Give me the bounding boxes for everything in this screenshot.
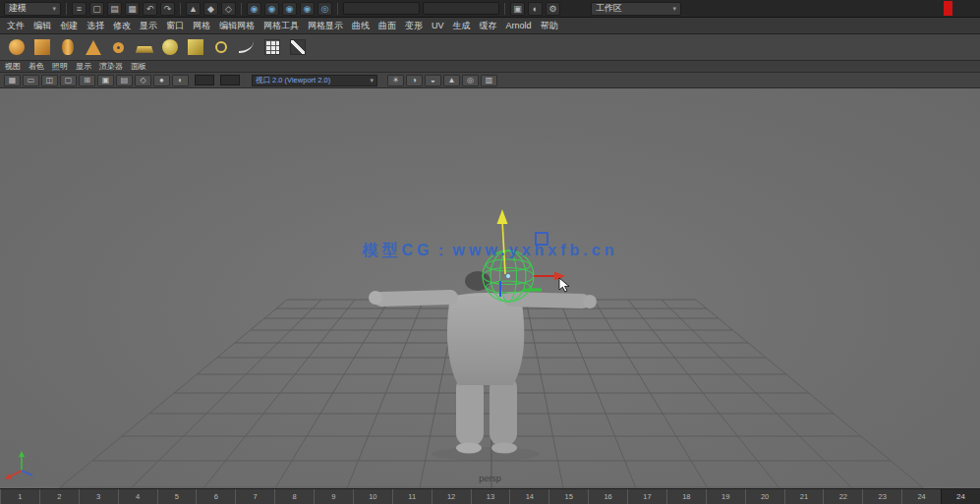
menu-item[interactable]: 网格工具 [263,20,299,32]
textured-icon[interactable]: ◐ [172,75,189,86]
shelf-button[interactable] [159,37,180,58]
time-tick[interactable]: 21 [784,489,824,504]
menu-set-dropdown[interactable]: 建模 ▾ [4,2,61,16]
undo-icon[interactable]: ↶ [143,2,157,16]
hamburger-menu-icon[interactable]: ≡ [72,2,86,16]
menu-item[interactable]: 窗口 [166,20,184,32]
time-tick[interactable]: 12 [432,489,471,504]
shelf-button[interactable] [261,37,282,58]
shelf-button[interactable] [6,37,27,58]
safe-title-icon[interactable]: ▤ [116,75,133,86]
menu-item[interactable]: 修改 [113,20,131,32]
renderer-dropdown[interactable]: 视口 2.0 (Viewport 2.0) ▾ [252,75,377,86]
panel-menu-item[interactable]: 照明 [52,61,68,72]
menu-item[interactable]: 显示 [140,20,157,32]
menu-item[interactable]: 编辑 [33,20,51,32]
translate-y-arrowhead[interactable] [497,209,508,224]
ipr-render-icon[interactable]: ◐ [528,2,543,16]
menu-item[interactable]: 生成 [453,20,471,32]
character-mesh[interactable] [369,271,597,461]
time-tick[interactable]: 9 [314,489,353,504]
shelf-button[interactable] [57,37,78,58]
manipulator-center[interactable] [506,274,510,278]
menu-item[interactable]: UV [432,21,444,30]
move-manipulator[interactable] [497,209,566,297]
menu-item[interactable]: 选择 [86,20,104,32]
time-tick[interactable]: 14 [509,489,548,504]
field-chart-icon[interactable]: ⊞ [79,75,95,86]
time-tick[interactable]: 18 [666,489,706,504]
shelf-button[interactable] [108,37,129,58]
xray-icon[interactable]: ▥ [481,75,497,86]
time-tick[interactable]: 17 [627,489,666,504]
time-tick[interactable]: 5 [157,489,197,504]
exposure-field[interactable] [195,75,214,85]
time-tick[interactable]: 13 [471,489,510,504]
shelf-button[interactable] [287,37,308,58]
render-view-icon[interactable]: ▣ [510,2,525,16]
menu-item[interactable]: 文件 [7,20,25,32]
shelf-button[interactable] [210,37,231,58]
render-settings-icon[interactable]: ⚙ [546,2,560,16]
anti-alias-icon[interactable]: ▲ [443,75,460,86]
resolution-gate-icon[interactable]: ◫ [41,75,58,86]
time-tick[interactable]: 7 [235,489,274,504]
menu-item[interactable]: 曲面 [378,20,396,32]
menu-item[interactable]: Arnold [506,21,532,30]
time-tick[interactable]: 3 [79,489,118,504]
make-live-icon[interactable]: ◎ [317,2,332,16]
lighting-icon[interactable]: ☀ [387,75,404,86]
shaded-icon[interactable]: ● [153,75,170,86]
time-tick[interactable]: 22 [823,489,862,504]
menu-item[interactable]: 网格显示 [308,20,343,32]
snap-to-grid-icon[interactable]: ◉ [247,2,261,16]
shelf-button[interactable] [236,37,257,58]
time-slider[interactable]: 123456789101112131415161718192021222324 … [0,488,980,504]
menu-item[interactable]: 编辑网格 [219,20,255,32]
shadows-icon[interactable]: ◑ [406,75,423,86]
time-tick[interactable]: 4 [118,489,157,504]
shelf-button[interactable] [134,37,154,58]
shelf-button[interactable] [31,37,52,58]
redo-icon[interactable]: ↷ [160,2,175,16]
menu-item[interactable]: 曲线 [352,20,370,32]
input-line-field[interactable] [423,2,499,15]
time-tick[interactable]: 2 [39,489,79,504]
time-tick[interactable]: 11 [392,489,432,504]
isolate-select-icon[interactable]: ◎ [462,75,479,86]
time-tick[interactable]: 16 [588,489,627,504]
time-tick[interactable]: 23 [862,489,901,504]
panel-menu-item[interactable]: 渲染器 [99,61,123,72]
translate-y-handle[interactable] [502,220,505,274]
menu-item[interactable]: 缓存 [480,20,497,32]
select-object-icon[interactable]: ◆ [203,2,218,16]
open-scene-icon[interactable]: ▤ [107,2,122,16]
time-tick[interactable]: 10 [353,489,392,504]
time-tick[interactable]: 19 [706,489,745,504]
new-scene-icon[interactable]: ▢ [89,2,104,16]
panel-menu-item[interactable]: 面板 [131,61,146,72]
translate-plane-handle[interactable] [536,233,548,245]
panel-menu-item[interactable]: 着色 [29,61,44,72]
panel-menu-item[interactable]: 显示 [76,61,91,72]
save-scene-icon[interactable]: ▦ [125,2,140,16]
gate-mask-icon[interactable]: ▢ [60,75,77,86]
screen-space-ao-icon[interactable]: ◒ [425,75,441,86]
menu-item[interactable]: 网格 [193,20,210,32]
panel-menu-item[interactable]: 视图 [5,61,21,72]
snap-to-plane-icon[interactable]: ◉ [300,2,315,16]
time-tick[interactable]: 15 [548,489,588,504]
shelf-button[interactable] [83,37,103,58]
time-tick[interactable]: 6 [196,489,235,504]
film-gate-icon[interactable]: ▭ [23,75,39,86]
time-tick[interactable]: 8 [274,489,314,504]
time-tick[interactable]: 24 [901,489,941,504]
wireframe-icon[interactable]: ◇ [135,75,151,86]
menu-item[interactable]: 帮助 [541,20,558,32]
menu-item[interactable]: 创建 [60,20,78,32]
select-component-icon[interactable]: ◇ [221,2,236,16]
select-hierarchy-icon[interactable]: ▲ [186,2,201,16]
menu-item[interactable]: 变形 [405,20,423,32]
time-ticks[interactable]: 123456789101112131415161718192021222324 [0,489,941,504]
time-tick[interactable]: 20 [745,489,784,504]
